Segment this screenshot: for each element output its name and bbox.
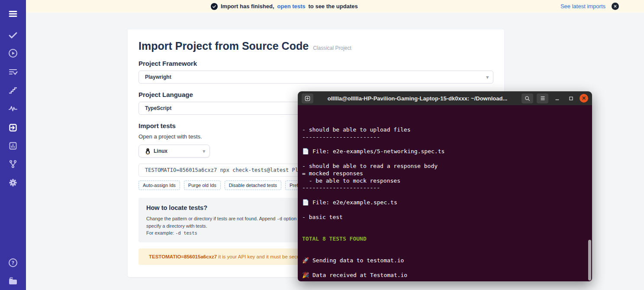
svg-text:?: ? — [12, 260, 14, 266]
framework-value: Playwright — [145, 74, 171, 80]
settings-gear-icon[interactable] — [8, 177, 18, 188]
chevron-down-icon: ▾ — [486, 74, 489, 80]
run-play-icon[interactable] — [8, 48, 18, 58]
minimize-icon[interactable] — [552, 93, 562, 103]
terminal-line: 🎉 Data received at Testomat.io — [302, 272, 588, 279]
menu-icon[interactable] — [537, 93, 548, 103]
project-type-label: Classical Project — [313, 45, 351, 51]
analytics-chart-icon[interactable] — [8, 141, 18, 151]
close-icon[interactable] — [612, 3, 619, 10]
terminal-line — [302, 155, 588, 163]
page-title: Import Project from Source Code — [138, 40, 309, 52]
os-value: Linux — [154, 148, 167, 154]
terminal-line — [302, 206, 588, 214]
import-icon[interactable] — [8, 122, 18, 133]
terminal-line: TOTAL 8 TESTS FOUND — [302, 235, 588, 243]
terminal-line: 📄 File: e2e-examples/5-networking.spec.t… — [302, 148, 588, 155]
terminal-line: 🚀 Sending data to testomat.io — [302, 257, 588, 264]
search-icon[interactable] — [522, 93, 533, 103]
terminal-line — [302, 221, 588, 228]
chevron-down-icon: ▾ — [203, 148, 205, 154]
git-branch-icon[interactable] — [8, 159, 18, 169]
api-key-value: TESTOMATIO=856015a6cxz7 — [149, 254, 217, 259]
notification-bar: Import has finished, open tests to see t… — [26, 0, 644, 13]
terminal-line — [302, 228, 588, 235]
close-icon[interactable]: ✕ — [580, 94, 588, 103]
os-select[interactable]: Linux ▾ — [138, 145, 210, 158]
terminal-scrollbar-thumb[interactable] — [588, 240, 591, 280]
maximize-icon[interactable] — [566, 93, 576, 103]
folder-icon[interactable] — [8, 276, 18, 287]
terminal-line — [302, 250, 588, 258]
option-disable-detached-tests[interactable]: Disable detached tests — [225, 180, 281, 190]
terminal-line: - should be able to upload files — [302, 126, 588, 134]
help-icon[interactable]: ? — [8, 258, 18, 268]
notification-text-prefix: Import has finished, — [221, 3, 274, 10]
terminal-line: - basic test — [302, 214, 588, 221]
notification-text-suffix: to see the updates — [309, 3, 358, 10]
terminal-line — [302, 192, 588, 199]
see-latest-imports-link[interactable]: See latest imports — [560, 3, 605, 10]
menu-icon[interactable] — [8, 9, 18, 19]
terminal-output: - should be able to upload files--------… — [302, 126, 588, 279]
terminal-body[interactable]: - should be able to upload files--------… — [298, 105, 592, 281]
new-tab-icon[interactable] — [302, 93, 313, 103]
sidebar: ? — [0, 0, 26, 290]
activity-pulse-icon[interactable] — [8, 103, 18, 114]
terminal-line — [302, 141, 588, 148]
terminal-titlebar[interactable]: ollllla@ollllla-HP-Pavilion-Gaming-Lapto… — [298, 91, 592, 105]
terminal-line: - should be able to read a response body — [302, 163, 588, 170]
terminal-line — [302, 264, 588, 272]
linux-penguin-icon — [145, 148, 151, 155]
option-auto-assign-ids[interactable]: Auto-assign Ids — [138, 180, 180, 190]
terminal-line: = mocked responses — [302, 170, 588, 177]
terminal-line — [302, 243, 588, 250]
terminal-title: ollllla@ollllla-HP-Pavilion-Gaming-Lapto… — [317, 95, 518, 102]
d-tests-code: -d tests — [175, 230, 197, 235]
framework-label: Project Framework — [138, 60, 493, 67]
api-key-warning-text: it is your API key and it must be secure… — [217, 254, 307, 259]
steps-icon[interactable] — [8, 85, 18, 96]
framework-select[interactable]: Playwright ▾ — [138, 71, 493, 84]
notification-message: Import has finished, open tests to see t… — [211, 0, 358, 13]
d-option-code: -d — [277, 216, 282, 221]
option-purge-old-ids[interactable]: Purge old Ids — [184, 180, 221, 190]
list-check-icon[interactable] — [8, 67, 18, 77]
terminal-window[interactable]: ollllla@ollllla-HP-Pavilion-Gaming-Lapto… — [298, 91, 592, 281]
check-icon[interactable] — [8, 30, 18, 40]
open-tests-link[interactable]: open tests — [277, 3, 306, 10]
check-circle-icon — [211, 3, 218, 10]
terminal-line: - be able to mock responses — [302, 177, 588, 185]
terminal-line: ----------------------- — [302, 134, 588, 141]
terminal-line: 📄 File: e2e/example.spec.ts — [302, 199, 588, 206]
language-value: TypeScript — [145, 105, 171, 111]
terminal-line: ----------------------- — [302, 184, 588, 192]
